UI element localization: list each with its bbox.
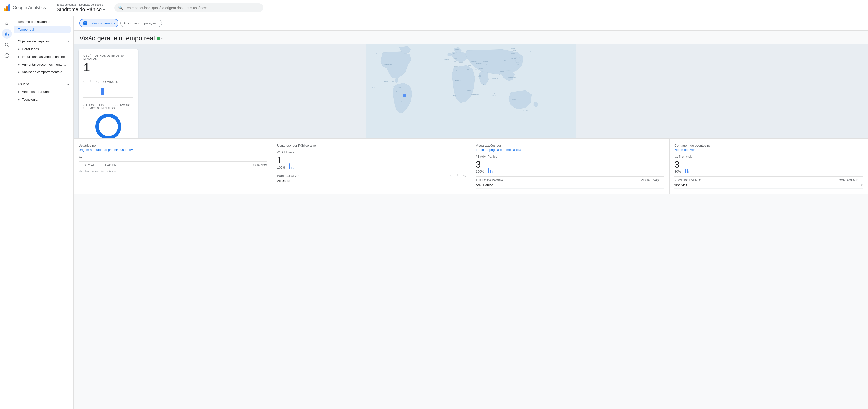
sidebar-item-impulsionar-vendas[interactable]: ▶ Impulsionar as vendas on-line	[14, 53, 71, 61]
card-views-subtitle[interactable]: Título da página e nome da tela	[476, 148, 664, 151]
card-events-row-value: 3	[861, 183, 863, 187]
card-origin-subtitle[interactable]: Origem atribuída ao primeiro usuário▾	[79, 148, 267, 151]
card-views-inline-bars	[488, 166, 493, 173]
svg-text:Madagascar: Madagascar	[471, 94, 477, 95]
page-title-bar: Visão geral em tempo real ▾	[73, 31, 868, 44]
add-comparison-icon: +	[157, 21, 159, 25]
svg-rect-2	[8, 34, 9, 36]
svg-text:Ucrânia: Ucrânia	[515, 62, 519, 63]
card-views-pct: 100%	[476, 170, 484, 173]
svg-text:Suécia: Suécia	[513, 50, 516, 51]
inline-bar	[688, 171, 689, 173]
device-category-label: CATEGORIA DO DISPOSITIVO NOS ÚLTIMOS 30 …	[84, 104, 133, 110]
svg-point-66	[97, 115, 120, 138]
svg-text:Brasil: Brasil	[398, 87, 401, 88]
card-views-row-value: 3	[662, 183, 664, 187]
add-comparison-button[interactable]: Adicionar comparação +	[121, 20, 162, 27]
live-badge[interactable]: ▾	[157, 36, 163, 40]
card-views-big-value: 3	[476, 159, 484, 170]
segment-all-users-chip[interactable]: T Todos os usuários	[80, 19, 119, 27]
breadcrumb-account[interactable]: Doenças do Século	[79, 3, 103, 6]
card-views-table-header: TÍTULO DA PÁGINA... VISUALIZAÇÕES	[476, 176, 664, 182]
svg-text:Indonésia: Indonésia	[498, 74, 503, 75]
svg-text:Itália: Itália	[454, 61, 456, 62]
sidebar-item-analisar-comportamento[interactable]: ▶ Analisar o comportamento d...	[14, 68, 71, 76]
users-per-min-label: USUÁRIOS POR MINUTO	[84, 80, 133, 83]
card-origin-title1: Usuários por	[79, 144, 267, 147]
card-events-subtitle[interactable]: Nome do evento	[675, 148, 863, 151]
svg-text:Austrália: Austrália	[512, 99, 516, 100]
card-events-row-label: first_visit	[675, 183, 687, 187]
segment-all-users-label: Todos os usuários	[89, 21, 115, 25]
svg-text:Islândia: Islândia	[374, 53, 377, 54]
sidebar-item-gerar-leads[interactable]: ▶ Gerar leads	[14, 45, 71, 53]
card-audience-table-header: PÚBLICO-ALVO USUÁRIOS	[277, 172, 466, 177]
topbar: Google Analytics Todas as contas › Doenç…	[0, 0, 868, 16]
card-audience-row-1: All Users 1	[277, 177, 466, 184]
svg-text:Alemanha: Alemanha	[463, 56, 468, 58]
card-origin-no-data: Não há dados disponíveis	[79, 167, 267, 176]
add-comparison-label: Adicionar comparação	[124, 21, 156, 25]
sidebar-group-user[interactable]: Usuário ▲	[14, 80, 73, 88]
sidebar-item-realtime[interactable]: Tempo real	[14, 26, 71, 33]
inline-bar	[687, 169, 688, 173]
expand-icon: ▶	[18, 98, 20, 101]
svg-text:Polônia: Polônia	[453, 53, 457, 54]
card-origin-col2-header: USUÁRIOS	[252, 164, 267, 167]
explore-icon[interactable]	[2, 40, 12, 49]
inline-bar	[291, 167, 292, 169]
expand-icon: ▶	[18, 90, 20, 93]
main-layout: ⌂ Resumo dos relatórios Tempo real Objet…	[0, 16, 868, 409]
sidebar-item-label: Gerar leads	[22, 47, 39, 51]
card-events-pct: 30%	[675, 170, 681, 173]
svg-text:Brasil: Brasil	[396, 91, 399, 93]
card-views-rank: #1 Adv_Panico	[476, 155, 664, 158]
users-30min-value: 1	[84, 61, 133, 74]
svg-text:China: China	[487, 64, 489, 65]
search-input[interactable]	[125, 6, 259, 10]
card-audience-rank: #1 All Users	[277, 150, 466, 154]
breadcrumb-all-accounts[interactable]: Todas as contas	[57, 3, 76, 6]
svg-text:Rússia: Rússia	[504, 60, 508, 61]
svg-text:Marrocos: Marrocos	[454, 66, 458, 67]
svg-text:Nova Zelândia: Nova Zelândia	[523, 110, 530, 111]
sidebar-item-label: Analisar o comportamento d...	[22, 70, 65, 74]
sidebar-item-tecnologia[interactable]: ▶ Tecnologia	[14, 96, 71, 103]
content-area: T Todos os usuários Adicionar comparação…	[73, 16, 868, 409]
sidebar-item-aumentar-reconhecimento[interactable]: ▶ Aumentar o reconhecimento ...	[14, 61, 71, 68]
reports-icon[interactable]	[2, 29, 12, 39]
card-views-col1-header: TÍTULO DA PÁGINA...	[476, 179, 506, 182]
svg-text:Cazaquistão: Cazaquistão	[471, 61, 477, 62]
card-audience-col1-header: PÚBLICO-ALVO	[277, 174, 299, 177]
svg-text:Reino Unido: Reino Unido	[510, 58, 517, 59]
live-dot-icon	[157, 37, 160, 40]
inline-bar	[492, 171, 493, 173]
svg-point-3	[5, 43, 8, 46]
sidebar-item-reports-summary[interactable]: Resumo dos relatórios	[14, 18, 71, 26]
card-audience-title: Usuários▾ por Público-alvo	[277, 144, 466, 147]
svg-text:Brasil: Brasil	[372, 87, 375, 88]
sidebar-item-atributos-usuario[interactable]: ▶ Atributos do usuário	[14, 88, 71, 96]
home-icon[interactable]: ⌂	[2, 18, 12, 28]
card-origin-rank: #1 -	[79, 155, 267, 158]
svg-text:Colômbia: Colômbia	[492, 95, 496, 96]
search-icon: 🔍	[118, 5, 123, 10]
users-per-min-chart	[84, 86, 133, 95]
property-selector[interactable]: Síndrome do Pânico ▾	[57, 7, 111, 12]
card-events-table-header: NOME DO EVENTO CONTAGEM DE...	[675, 176, 863, 182]
card-events-col1-header: NOME DO EVENTO	[675, 179, 701, 182]
advertising-icon[interactable]	[2, 50, 12, 61]
svg-text:Quênia: Quênia	[484, 84, 487, 86]
card-events-col2-header: CONTAGEM DE...	[839, 179, 863, 182]
card-origin-table-header: ORIGEM ATRIBUÍDA AO PR... USUÁRIOS	[79, 161, 267, 167]
world-map: Estados Unidos Brasil Brasil França Alem…	[73, 44, 868, 138]
property-name: Síndrome do Pânico	[57, 7, 102, 12]
sidebar-item-realtime-label: Tempo real	[18, 28, 34, 31]
svg-text:Tailândia: Tailândia	[500, 71, 504, 72]
sidebar-divider-2	[14, 78, 73, 78]
expand-icon: ▶	[18, 71, 20, 73]
search-bar[interactable]: 🔍	[114, 3, 263, 12]
audience-dropdown[interactable]: ▾ por Público-alvo	[290, 144, 316, 147]
card-audience-row-value: 1	[464, 179, 466, 183]
sidebar-group-business-goals[interactable]: Objetivos de negócios ▲	[14, 37, 73, 45]
